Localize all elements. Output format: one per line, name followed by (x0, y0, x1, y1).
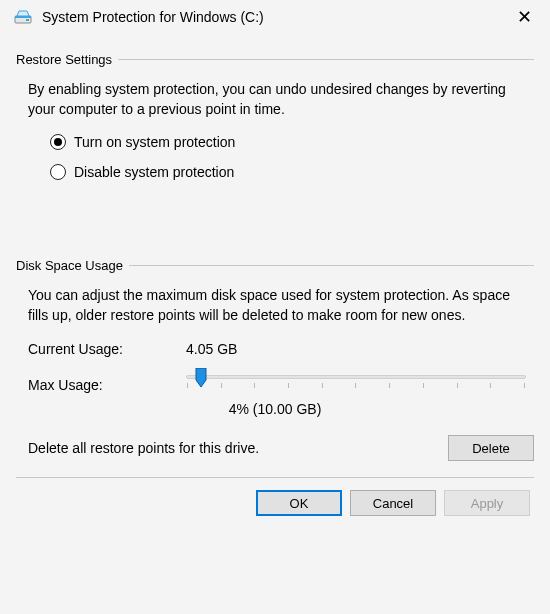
cancel-button[interactable]: Cancel (350, 490, 436, 516)
slider-ticks (186, 383, 526, 388)
radio-turn-on[interactable]: Turn on system protection (50, 134, 534, 150)
window-title: System Protection for Windows (C:) (42, 9, 501, 25)
restore-description: By enabling system protection, you can u… (16, 79, 534, 134)
protection-radio-group: Turn on system protection Disable system… (16, 134, 534, 244)
svg-rect-2 (26, 19, 29, 21)
close-button[interactable]: ✕ (511, 8, 538, 26)
current-usage-value: 4.05 GB (186, 341, 237, 357)
max-usage-slider[interactable] (186, 375, 526, 379)
separator (16, 477, 534, 478)
restore-settings-header: Restore Settings (16, 52, 534, 67)
radio-icon (50, 164, 66, 180)
title-bar: System Protection for Windows (C:) ✕ (0, 0, 550, 32)
current-usage-row: Current Usage: 4.05 GB (16, 341, 534, 357)
radio-disable[interactable]: Disable system protection (50, 164, 534, 180)
dialog-footer: OK Cancel Apply (16, 490, 534, 516)
drive-icon (14, 9, 32, 25)
section-label: Disk Space Usage (16, 258, 123, 273)
apply-button[interactable]: Apply (444, 490, 530, 516)
disk-usage-header: Disk Space Usage (16, 258, 534, 273)
delete-button[interactable]: Delete (448, 435, 534, 461)
ok-button[interactable]: OK (256, 490, 342, 516)
radio-icon (50, 134, 66, 150)
max-usage-value: 4% (10.00 GB) (16, 401, 534, 417)
max-usage-label: Max Usage: (28, 375, 186, 393)
radio-label: Disable system protection (74, 164, 234, 180)
current-usage-label: Current Usage: (28, 341, 186, 357)
disk-description: You can adjust the maximum disk space us… (16, 285, 534, 342)
delete-description: Delete all restore points for this drive… (28, 440, 438, 456)
section-label: Restore Settings (16, 52, 112, 67)
radio-label: Turn on system protection (74, 134, 235, 150)
slider-thumb[interactable] (194, 368, 208, 388)
